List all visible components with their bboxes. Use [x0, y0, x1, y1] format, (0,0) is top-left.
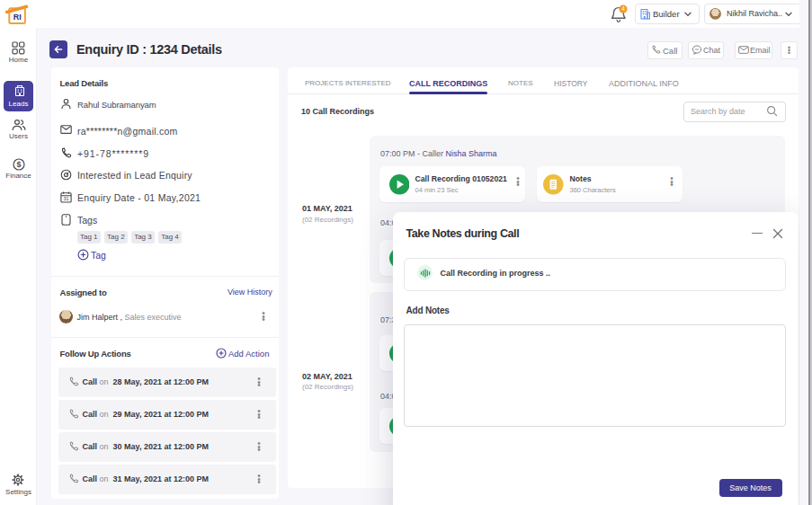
svg-text:RI: RI — [13, 13, 22, 22]
svg-text:31: 31 — [63, 196, 68, 201]
svg-text:4: 4 — [621, 5, 625, 12]
svg-text:$: $ — [16, 160, 21, 169]
